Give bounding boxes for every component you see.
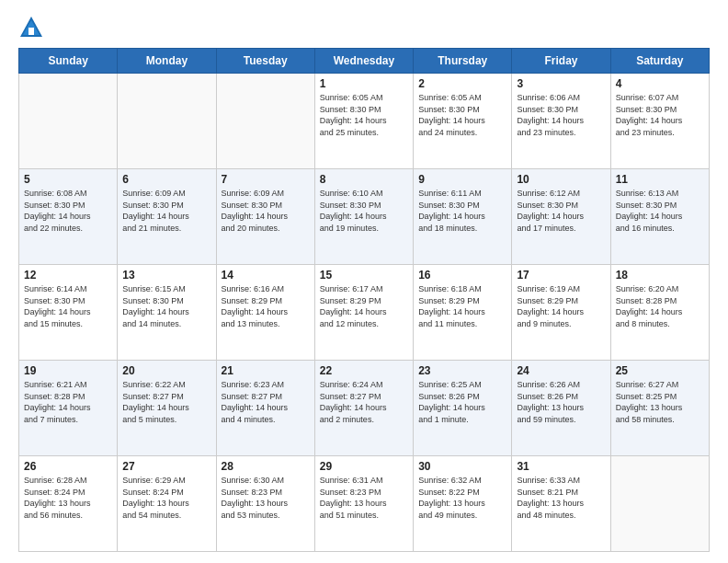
day-number: 10 [517,173,605,186]
day-info: Sunrise: 6:22 AM Sunset: 8:27 PM Dayligh… [122,379,210,425]
day-info: Sunrise: 6:07 AM Sunset: 8:30 PM Dayligh… [616,92,704,138]
day-number: 4 [616,77,704,90]
day-info: Sunrise: 6:11 AM Sunset: 8:30 PM Dayligh… [418,188,506,234]
calendar-cell: 10Sunrise: 6:12 AM Sunset: 8:30 PM Dayli… [512,169,610,265]
calendar-cell: 24Sunrise: 6:26 AM Sunset: 8:26 PM Dayli… [512,361,610,456]
logo-icon [18,15,44,40]
weekday-header-monday: Monday [118,49,216,74]
calendar-cell: 19Sunrise: 6:21 AM Sunset: 8:28 PM Dayli… [19,361,118,456]
day-info: Sunrise: 6:33 AM Sunset: 8:21 PM Dayligh… [517,475,605,521]
calendar-cell [118,74,216,169]
svg-rect-2 [28,28,34,35]
day-info: Sunrise: 6:16 AM Sunset: 8:29 PM Dayligh… [222,283,310,329]
day-number: 17 [517,269,605,282]
day-info: Sunrise: 6:06 AM Sunset: 8:30 PM Dayligh… [517,92,605,138]
calendar-cell: 8Sunrise: 6:10 AM Sunset: 8:30 PM Daylig… [314,169,413,265]
header [18,15,710,40]
day-info: Sunrise: 6:24 AM Sunset: 8:27 PM Dayligh… [320,379,408,425]
weekday-header-tuesday: Tuesday [216,49,314,74]
weekday-header-thursday: Thursday [414,49,512,74]
day-number: 29 [320,460,408,473]
calendar-cell: 13Sunrise: 6:15 AM Sunset: 8:30 PM Dayli… [118,265,216,361]
day-number: 31 [517,460,605,473]
calendar-cell: 15Sunrise: 6:17 AM Sunset: 8:29 PM Dayli… [314,265,413,361]
calendar-cell: 1Sunrise: 6:05 AM Sunset: 8:30 PM Daylig… [314,74,413,169]
day-info: Sunrise: 6:09 AM Sunset: 8:30 PM Dayligh… [222,188,310,234]
weekday-header-saturday: Saturday [610,49,709,74]
day-info: Sunrise: 6:13 AM Sunset: 8:30 PM Dayligh… [616,188,704,234]
calendar-cell: 25Sunrise: 6:27 AM Sunset: 8:25 PM Dayli… [610,361,709,456]
day-number: 25 [616,364,704,377]
day-number: 6 [122,173,210,186]
day-info: Sunrise: 6:21 AM Sunset: 8:28 PM Dayligh… [24,379,112,425]
day-info: Sunrise: 6:28 AM Sunset: 8:24 PM Dayligh… [24,475,112,521]
calendar-cell: 28Sunrise: 6:30 AM Sunset: 8:23 PM Dayli… [216,456,314,552]
calendar-cell: 11Sunrise: 6:13 AM Sunset: 8:30 PM Dayli… [610,169,709,265]
day-info: Sunrise: 6:31 AM Sunset: 8:23 PM Dayligh… [320,475,408,521]
calendar-cell: 31Sunrise: 6:33 AM Sunset: 8:21 PM Dayli… [512,456,610,552]
day-number: 30 [418,460,506,473]
day-number: 2 [418,77,506,90]
day-number: 12 [24,269,112,282]
day-info: Sunrise: 6:05 AM Sunset: 8:30 PM Dayligh… [418,92,506,138]
day-info: Sunrise: 6:05 AM Sunset: 8:30 PM Dayligh… [320,92,408,138]
calendar-cell: 26Sunrise: 6:28 AM Sunset: 8:24 PM Dayli… [19,456,118,552]
day-info: Sunrise: 6:32 AM Sunset: 8:22 PM Dayligh… [418,475,506,521]
day-number: 5 [24,173,112,186]
calendar-cell: 30Sunrise: 6:32 AM Sunset: 8:22 PM Dayli… [414,456,512,552]
calendar-week-3: 12Sunrise: 6:14 AM Sunset: 8:30 PM Dayli… [19,265,710,361]
calendar-week-4: 19Sunrise: 6:21 AM Sunset: 8:28 PM Dayli… [19,361,710,456]
page: SundayMondayTuesdayWednesdayThursdayFrid… [0,0,728,563]
day-number: 11 [616,173,704,186]
calendar-week-2: 5Sunrise: 6:08 AM Sunset: 8:30 PM Daylig… [19,169,710,265]
day-info: Sunrise: 6:15 AM Sunset: 8:30 PM Dayligh… [122,283,210,329]
calendar-cell: 5Sunrise: 6:08 AM Sunset: 8:30 PM Daylig… [19,169,118,265]
calendar-cell: 21Sunrise: 6:23 AM Sunset: 8:27 PM Dayli… [216,361,314,456]
day-info: Sunrise: 6:27 AM Sunset: 8:25 PM Dayligh… [616,379,704,425]
day-number: 21 [222,364,310,377]
day-info: Sunrise: 6:09 AM Sunset: 8:30 PM Dayligh… [122,188,210,234]
calendar-cell: 17Sunrise: 6:19 AM Sunset: 8:29 PM Dayli… [512,265,610,361]
logo [18,15,46,40]
day-info: Sunrise: 6:19 AM Sunset: 8:29 PM Dayligh… [517,283,605,329]
day-number: 16 [418,269,506,282]
calendar-cell: 27Sunrise: 6:29 AM Sunset: 8:24 PM Dayli… [118,456,216,552]
day-number: 26 [24,460,112,473]
day-info: Sunrise: 6:25 AM Sunset: 8:26 PM Dayligh… [418,379,506,425]
weekday-header-friday: Friday [512,49,610,74]
calendar-cell: 18Sunrise: 6:20 AM Sunset: 8:28 PM Dayli… [610,265,709,361]
day-number: 24 [517,364,605,377]
day-info: Sunrise: 6:26 AM Sunset: 8:26 PM Dayligh… [517,379,605,425]
day-number: 28 [222,460,310,473]
day-number: 18 [616,269,704,282]
day-info: Sunrise: 6:30 AM Sunset: 8:23 PM Dayligh… [222,475,310,521]
calendar-cell: 22Sunrise: 6:24 AM Sunset: 8:27 PM Dayli… [314,361,413,456]
day-number: 15 [320,269,408,282]
calendar-week-5: 26Sunrise: 6:28 AM Sunset: 8:24 PM Dayli… [19,456,710,552]
weekday-header-wednesday: Wednesday [314,49,413,74]
calendar-cell: 14Sunrise: 6:16 AM Sunset: 8:29 PM Dayli… [216,265,314,361]
day-number: 3 [517,77,605,90]
calendar-cell: 9Sunrise: 6:11 AM Sunset: 8:30 PM Daylig… [414,169,512,265]
day-number: 19 [24,364,112,377]
day-number: 23 [418,364,506,377]
calendar-cell: 29Sunrise: 6:31 AM Sunset: 8:23 PM Dayli… [314,456,413,552]
day-number: 1 [320,77,408,90]
calendar-cell: 23Sunrise: 6:25 AM Sunset: 8:26 PM Dayli… [414,361,512,456]
day-info: Sunrise: 6:17 AM Sunset: 8:29 PM Dayligh… [320,283,408,329]
calendar-cell [610,456,709,552]
calendar-week-1: 1Sunrise: 6:05 AM Sunset: 8:30 PM Daylig… [19,74,710,169]
day-info: Sunrise: 6:10 AM Sunset: 8:30 PM Dayligh… [320,188,408,234]
calendar-cell: 6Sunrise: 6:09 AM Sunset: 8:30 PM Daylig… [118,169,216,265]
calendar-cell: 2Sunrise: 6:05 AM Sunset: 8:30 PM Daylig… [414,74,512,169]
calendar-cell: 4Sunrise: 6:07 AM Sunset: 8:30 PM Daylig… [610,74,709,169]
calendar-cell: 7Sunrise: 6:09 AM Sunset: 8:30 PM Daylig… [216,169,314,265]
day-info: Sunrise: 6:12 AM Sunset: 8:30 PM Dayligh… [517,188,605,234]
day-number: 27 [122,460,210,473]
day-number: 8 [320,173,408,186]
day-info: Sunrise: 6:20 AM Sunset: 8:28 PM Dayligh… [616,283,704,329]
calendar-cell [216,74,314,169]
calendar-cell: 3Sunrise: 6:06 AM Sunset: 8:30 PM Daylig… [512,74,610,169]
weekday-header-sunday: Sunday [19,49,118,74]
calendar-cell: 12Sunrise: 6:14 AM Sunset: 8:30 PM Dayli… [19,265,118,361]
